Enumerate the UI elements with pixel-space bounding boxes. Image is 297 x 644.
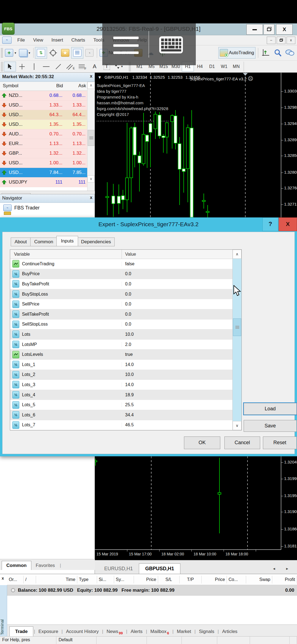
column-value[interactable]: Value	[122, 250, 241, 259]
navigator-close-button[interactable]: x	[90, 195, 92, 200]
market-watch-row[interactable]: AUD...0.70...0.70...	[0, 129, 87, 139]
terminal-tab-market[interactable]: Market	[174, 627, 194, 637]
terminal-column-swap[interactable]: Swap	[246, 576, 272, 583]
input-row[interactable]: ½BuyTakeProfit0.0	[10, 279, 232, 289]
terminal-tab-signals[interactable]: Signals	[196, 627, 217, 637]
input-row[interactable]: ½SellStopLoss0.0	[10, 320, 232, 330]
terminal-column-[interactable]: /	[24, 576, 36, 583]
column-variable[interactable]: Variable	[10, 252, 122, 257]
scroll-down-icon[interactable]: ∨	[87, 175, 95, 182]
scrollbar-thumb[interactable]	[88, 130, 94, 146]
input-row[interactable]: ½LotsMP2.0	[10, 340, 232, 350]
terminal-column-si[interactable]: Si...	[97, 576, 114, 583]
ok-button[interactable]: OK	[184, 436, 220, 449]
data-window-button[interactable]: ◔	[83, 47, 95, 59]
timeframe-d1[interactable]: D1	[206, 62, 218, 72]
tab-favorites[interactable]: Favorites	[31, 561, 59, 570]
tab-common[interactable]: Common	[2, 561, 31, 570]
input-row[interactable]: ½Lots_525.5	[10, 400, 232, 410]
restore-button[interactable]	[263, 24, 274, 35]
vertical-line-tool-button[interactable]	[28, 61, 40, 72]
input-row[interactable]: ContinueTradingfalse	[10, 259, 232, 269]
navigator-item-fbs-trader[interactable]: ~ FBS Trader	[0, 203, 95, 212]
terminal-column-type[interactable]: Type	[77, 576, 97, 583]
load-button[interactable]: Load	[244, 403, 297, 415]
fibonacci-tool-button[interactable]: F	[76, 61, 89, 72]
terminal-column-tp[interactable]: T/P	[180, 576, 202, 583]
chart-scale-button[interactable]	[260, 47, 272, 59]
chart-expand-icon[interactable]: ▼	[98, 75, 102, 80]
terminal-column-profit[interactable]: Profit	[272, 576, 297, 583]
menu-view[interactable]: View	[29, 36, 47, 44]
dialog-tab-inputs[interactable]: Inputs	[56, 236, 78, 246]
search-button[interactable]	[272, 47, 284, 59]
terminal-column-price[interactable]: Price	[134, 576, 158, 583]
market-watch-close-button[interactable]: x	[90, 74, 92, 79]
column-symbol[interactable]: Symbol	[0, 82, 41, 91]
input-row[interactable]: ½BuyStopLoss0.0	[10, 289, 232, 299]
hamburger-menu-icon[interactable]	[113, 44, 139, 47]
market-watch-row[interactable]: USD...64.3...64.4...	[0, 110, 87, 120]
chart-lower-area[interactable]	[95, 456, 297, 560]
terminal-column-time[interactable]: Time	[36, 576, 77, 583]
dialog-close-button[interactable]: X	[279, 217, 297, 231]
market-watch-row[interactable]: USD...1.33...1.33...	[0, 100, 87, 110]
dialog-tab-dependencies[interactable]: Dependencies	[78, 238, 115, 246]
input-row[interactable]: ½SellPrice0.0	[10, 299, 232, 309]
terminal-tab-exposure[interactable]: Exposure	[36, 627, 61, 637]
crosshair-tool-button[interactable]	[16, 61, 28, 72]
input-row[interactable]: ½Lots_746.5	[10, 420, 232, 430]
chat-button[interactable]	[284, 47, 296, 59]
terminal-column-sy[interactable]: Sy...	[114, 576, 134, 583]
favorites-button[interactable]: ★	[59, 47, 71, 59]
cursor-tool-button[interactable]	[4, 62, 16, 72]
balance-row[interactable]: Balance: 100 882.99 USD Equity: 100 882.…	[7, 585, 297, 596]
profiles-button[interactable]: ▼	[18, 47, 32, 59]
menu-file[interactable]: File	[13, 36, 29, 44]
ea-sad-face-icon[interactable]: ☹	[248, 76, 253, 81]
terminal-column-sl[interactable]: S/L	[158, 576, 180, 583]
dialog-help-button[interactable]: ?	[262, 217, 278, 231]
dialog-tab-about[interactable]: About	[11, 238, 31, 246]
input-row[interactable]: ½BuyPrice0.0	[10, 269, 232, 279]
hamburger-menu-icon[interactable]	[113, 51, 139, 54]
scrollbar-thumb[interactable]	[233, 318, 241, 336]
terminal-tab-news[interactable]: News99	[104, 627, 126, 637]
column-ask[interactable]: Ask	[64, 82, 87, 91]
market-watch-row[interactable]: USD...1.00...1.00...	[0, 158, 87, 168]
terminal-column-co[interactable]: Co...	[227, 576, 246, 583]
input-row[interactable]: LotsLevelstrue	[10, 350, 232, 360]
reset-button[interactable]: Reset	[263, 436, 297, 449]
hamburger-menu-icon[interactable]	[113, 37, 139, 39]
timeframe-w1[interactable]: W1	[218, 62, 230, 72]
save-button[interactable]: Save	[244, 420, 297, 432]
keyboard-icon[interactable]	[159, 36, 183, 54]
input-row[interactable]: ½Lots_634.4	[10, 410, 232, 420]
channel-tool-button[interactable]: E	[64, 61, 76, 72]
market-watch-row[interactable]: USD...1.35...1.35...	[0, 120, 87, 129]
terminal-tab-alerts[interactable]: Alerts	[128, 627, 145, 637]
terminal-tab-mailbox[interactable]: Mailbox6	[148, 627, 172, 637]
input-row[interactable]: ½Lots_418.9	[10, 390, 232, 400]
input-row[interactable]: ½Lots_114.0	[10, 360, 232, 370]
menu-charts[interactable]: Charts	[67, 36, 89, 44]
market-watch-row[interactable]: USDJPY111111	[0, 178, 87, 187]
text-tool-button[interactable]: A	[89, 61, 101, 72]
market-watch-scrollbar[interactable]: ∧ ∨	[87, 82, 95, 191]
market-watch-row[interactable]: USD...7.84...7.85...	[0, 168, 87, 178]
crosshair-target-button[interactable]	[47, 47, 59, 59]
terminal-column-or[interactable]: Or...	[7, 576, 24, 583]
tick-chart-button[interactable]: ⇅	[35, 47, 47, 59]
input-row[interactable]: ½Lots_210.0	[10, 370, 232, 380]
terminal-column-price[interactable]: Price	[202, 576, 227, 583]
inputs-table-scrollbar[interactable]: ∧ ∨	[232, 250, 241, 430]
column-bid[interactable]: Bid	[41, 82, 64, 91]
child-close-button[interactable]: x	[287, 37, 295, 44]
menu-insert[interactable]: Insert	[47, 36, 67, 44]
chart-tab-gbpusd-h1[interactable]: GBPUSD,H1	[139, 563, 180, 574]
chart-tab-scroll-arrows[interactable]: ◂ ▸	[273, 566, 293, 574]
scroll-up-icon[interactable]: ∧	[87, 82, 95, 89]
terminal-tab-account-history[interactable]: Account History	[63, 627, 101, 637]
chart-tab-eurusd-h1[interactable]: EURUSD,H1	[98, 564, 139, 574]
market-watch-button[interactable]	[71, 47, 83, 59]
